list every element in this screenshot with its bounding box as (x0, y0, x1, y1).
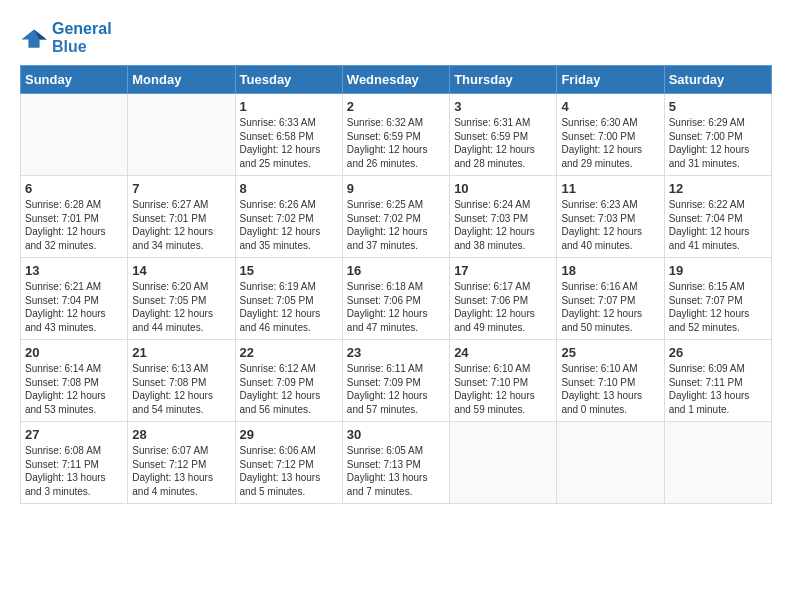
day-info: Sunrise: 6:32 AM Sunset: 6:59 PM Dayligh… (347, 116, 445, 170)
day-number: 19 (669, 263, 767, 278)
calendar-week-row: 13Sunrise: 6:21 AM Sunset: 7:04 PM Dayli… (21, 258, 772, 340)
calendar-cell (21, 94, 128, 176)
day-info: Sunrise: 6:22 AM Sunset: 7:04 PM Dayligh… (669, 198, 767, 252)
day-info: Sunrise: 6:05 AM Sunset: 7:13 PM Dayligh… (347, 444, 445, 498)
day-number: 13 (25, 263, 123, 278)
day-number: 9 (347, 181, 445, 196)
day-number: 4 (561, 99, 659, 114)
calendar-table: SundayMondayTuesdayWednesdayThursdayFrid… (20, 65, 772, 504)
day-of-week-header: Friday (557, 66, 664, 94)
day-info: Sunrise: 6:15 AM Sunset: 7:07 PM Dayligh… (669, 280, 767, 334)
calendar-week-row: 27Sunrise: 6:08 AM Sunset: 7:11 PM Dayli… (21, 422, 772, 504)
calendar-cell: 23Sunrise: 6:11 AM Sunset: 7:09 PM Dayli… (342, 340, 449, 422)
calendar-cell: 24Sunrise: 6:10 AM Sunset: 7:10 PM Dayli… (450, 340, 557, 422)
day-info: Sunrise: 6:30 AM Sunset: 7:00 PM Dayligh… (561, 116, 659, 170)
calendar-cell: 10Sunrise: 6:24 AM Sunset: 7:03 PM Dayli… (450, 176, 557, 258)
day-number: 21 (132, 345, 230, 360)
day-info: Sunrise: 6:12 AM Sunset: 7:09 PM Dayligh… (240, 362, 338, 416)
day-info: Sunrise: 6:06 AM Sunset: 7:12 PM Dayligh… (240, 444, 338, 498)
day-info: Sunrise: 6:20 AM Sunset: 7:05 PM Dayligh… (132, 280, 230, 334)
day-of-week-header: Monday (128, 66, 235, 94)
calendar-cell: 13Sunrise: 6:21 AM Sunset: 7:04 PM Dayli… (21, 258, 128, 340)
calendar-cell: 29Sunrise: 6:06 AM Sunset: 7:12 PM Dayli… (235, 422, 342, 504)
day-info: Sunrise: 6:28 AM Sunset: 7:01 PM Dayligh… (25, 198, 123, 252)
calendar-cell: 26Sunrise: 6:09 AM Sunset: 7:11 PM Dayli… (664, 340, 771, 422)
day-number: 2 (347, 99, 445, 114)
day-number: 5 (669, 99, 767, 114)
day-info: Sunrise: 6:18 AM Sunset: 7:06 PM Dayligh… (347, 280, 445, 334)
calendar-cell: 22Sunrise: 6:12 AM Sunset: 7:09 PM Dayli… (235, 340, 342, 422)
day-info: Sunrise: 6:21 AM Sunset: 7:04 PM Dayligh… (25, 280, 123, 334)
calendar-cell: 16Sunrise: 6:18 AM Sunset: 7:06 PM Dayli… (342, 258, 449, 340)
day-number: 23 (347, 345, 445, 360)
day-info: Sunrise: 6:31 AM Sunset: 6:59 PM Dayligh… (454, 116, 552, 170)
calendar-cell: 6Sunrise: 6:28 AM Sunset: 7:01 PM Daylig… (21, 176, 128, 258)
calendar-cell: 17Sunrise: 6:17 AM Sunset: 7:06 PM Dayli… (450, 258, 557, 340)
day-number: 30 (347, 427, 445, 442)
day-number: 17 (454, 263, 552, 278)
calendar-cell (557, 422, 664, 504)
calendar-week-row: 6Sunrise: 6:28 AM Sunset: 7:01 PM Daylig… (21, 176, 772, 258)
day-info: Sunrise: 6:33 AM Sunset: 6:58 PM Dayligh… (240, 116, 338, 170)
day-of-week-header: Sunday (21, 66, 128, 94)
day-info: Sunrise: 6:11 AM Sunset: 7:09 PM Dayligh… (347, 362, 445, 416)
calendar-cell: 8Sunrise: 6:26 AM Sunset: 7:02 PM Daylig… (235, 176, 342, 258)
logo-icon (20, 24, 48, 52)
day-number: 27 (25, 427, 123, 442)
day-of-week-header: Saturday (664, 66, 771, 94)
calendar-cell: 20Sunrise: 6:14 AM Sunset: 7:08 PM Dayli… (21, 340, 128, 422)
day-info: Sunrise: 6:10 AM Sunset: 7:10 PM Dayligh… (454, 362, 552, 416)
calendar-cell: 18Sunrise: 6:16 AM Sunset: 7:07 PM Dayli… (557, 258, 664, 340)
logo-text: General Blue (52, 20, 112, 55)
calendar-week-row: 1Sunrise: 6:33 AM Sunset: 6:58 PM Daylig… (21, 94, 772, 176)
day-number: 15 (240, 263, 338, 278)
day-info: Sunrise: 6:17 AM Sunset: 7:06 PM Dayligh… (454, 280, 552, 334)
day-number: 12 (669, 181, 767, 196)
day-of-week-header: Tuesday (235, 66, 342, 94)
day-number: 1 (240, 99, 338, 114)
calendar-cell: 11Sunrise: 6:23 AM Sunset: 7:03 PM Dayli… (557, 176, 664, 258)
calendar-cell: 3Sunrise: 6:31 AM Sunset: 6:59 PM Daylig… (450, 94, 557, 176)
day-info: Sunrise: 6:24 AM Sunset: 7:03 PM Dayligh… (454, 198, 552, 252)
calendar-cell: 5Sunrise: 6:29 AM Sunset: 7:00 PM Daylig… (664, 94, 771, 176)
calendar-cell (664, 422, 771, 504)
calendar-cell: 4Sunrise: 6:30 AM Sunset: 7:00 PM Daylig… (557, 94, 664, 176)
calendar-cell: 15Sunrise: 6:19 AM Sunset: 7:05 PM Dayli… (235, 258, 342, 340)
logo: General Blue (20, 20, 112, 55)
calendar-cell: 25Sunrise: 6:10 AM Sunset: 7:10 PM Dayli… (557, 340, 664, 422)
calendar-cell (450, 422, 557, 504)
day-info: Sunrise: 6:08 AM Sunset: 7:11 PM Dayligh… (25, 444, 123, 498)
day-number: 14 (132, 263, 230, 278)
day-info: Sunrise: 6:16 AM Sunset: 7:07 PM Dayligh… (561, 280, 659, 334)
day-number: 16 (347, 263, 445, 278)
day-number: 8 (240, 181, 338, 196)
day-info: Sunrise: 6:25 AM Sunset: 7:02 PM Dayligh… (347, 198, 445, 252)
day-number: 28 (132, 427, 230, 442)
day-of-week-header: Thursday (450, 66, 557, 94)
day-number: 20 (25, 345, 123, 360)
page-header: General Blue (20, 20, 772, 55)
day-info: Sunrise: 6:23 AM Sunset: 7:03 PM Dayligh… (561, 198, 659, 252)
calendar-cell: 30Sunrise: 6:05 AM Sunset: 7:13 PM Dayli… (342, 422, 449, 504)
day-number: 24 (454, 345, 552, 360)
day-number: 7 (132, 181, 230, 196)
day-info: Sunrise: 6:29 AM Sunset: 7:00 PM Dayligh… (669, 116, 767, 170)
day-info: Sunrise: 6:07 AM Sunset: 7:12 PM Dayligh… (132, 444, 230, 498)
calendar-cell: 21Sunrise: 6:13 AM Sunset: 7:08 PM Dayli… (128, 340, 235, 422)
day-info: Sunrise: 6:10 AM Sunset: 7:10 PM Dayligh… (561, 362, 659, 416)
calendar-header-row: SundayMondayTuesdayWednesdayThursdayFrid… (21, 66, 772, 94)
day-number: 10 (454, 181, 552, 196)
day-number: 25 (561, 345, 659, 360)
day-info: Sunrise: 6:26 AM Sunset: 7:02 PM Dayligh… (240, 198, 338, 252)
day-number: 18 (561, 263, 659, 278)
calendar-cell: 12Sunrise: 6:22 AM Sunset: 7:04 PM Dayli… (664, 176, 771, 258)
day-info: Sunrise: 6:27 AM Sunset: 7:01 PM Dayligh… (132, 198, 230, 252)
calendar-cell: 14Sunrise: 6:20 AM Sunset: 7:05 PM Dayli… (128, 258, 235, 340)
day-number: 22 (240, 345, 338, 360)
day-info: Sunrise: 6:19 AM Sunset: 7:05 PM Dayligh… (240, 280, 338, 334)
calendar-cell (128, 94, 235, 176)
day-number: 3 (454, 99, 552, 114)
calendar-cell: 9Sunrise: 6:25 AM Sunset: 7:02 PM Daylig… (342, 176, 449, 258)
day-of-week-header: Wednesday (342, 66, 449, 94)
day-info: Sunrise: 6:13 AM Sunset: 7:08 PM Dayligh… (132, 362, 230, 416)
